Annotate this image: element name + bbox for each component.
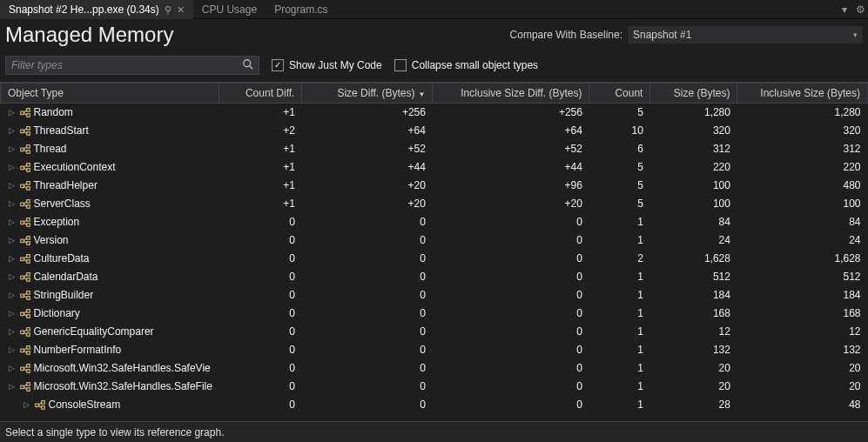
tab-cpu-usage[interactable]: CPU Usage	[193, 0, 266, 19]
svg-rect-12	[20, 148, 24, 151]
cell-incl-size: 20	[737, 378, 868, 396]
col-incl-size[interactable]: Inclusive Size (Bytes)	[737, 84, 868, 104]
table-row[interactable]: ▷Microsoft.Win32.SafeHandles.SafeVie0001…	[1, 359, 868, 378]
tab-program-cs[interactable]: Program.cs	[266, 0, 336, 19]
cell-incl-size: 84	[737, 213, 868, 231]
expand-icon[interactable]: ▷	[8, 199, 17, 208]
svg-rect-64	[26, 333, 30, 337]
col-count[interactable]: Count	[589, 84, 650, 104]
expand-icon[interactable]: ▷	[8, 272, 17, 281]
table-row[interactable]: ▷NumberFormatInfo0001132132	[1, 341, 868, 359]
col-incl-size-diff[interactable]: Inclusive Size Diff. (Bytes)	[433, 84, 589, 104]
class-icon	[19, 106, 31, 118]
class-icon	[19, 234, 31, 246]
class-icon	[19, 179, 31, 191]
svg-rect-52	[20, 294, 24, 298]
expand-icon[interactable]: ▷	[8, 218, 17, 226]
cell-count: 1	[589, 323, 650, 341]
checkbox-unchecked-icon	[394, 59, 407, 71]
expand-icon[interactable]: ▷	[8, 291, 17, 299]
svg-rect-22	[20, 184, 24, 188]
expand-icon[interactable]: ▷	[8, 364, 17, 372]
type-name: Microsoft.Win32.SafeHandles.SafeVie	[34, 362, 211, 374]
cell-count: 5	[589, 195, 650, 213]
col-object-type[interactable]: Object Type	[1, 84, 219, 104]
table-row[interactable]: ▷ConsoleStream00012848	[1, 396, 868, 414]
collapse-small-types-checkbox[interactable]: Collapse small object types	[394, 59, 538, 71]
table-row[interactable]: ▷GenericEqualityComparer00011212	[1, 323, 868, 341]
cell-count: 1	[589, 341, 650, 359]
table-row[interactable]: ▷Microsoft.Win32.SafeHandles.SafeFile000…	[1, 378, 868, 396]
pin-icon[interactable]: ⚲	[165, 4, 172, 16]
table-row[interactable]: ▷ThreadStart+2+64+6410320320	[1, 122, 868, 140]
expand-icon[interactable]: ▷	[8, 254, 17, 263]
table-row[interactable]: ▷StringBuilder0001184184	[1, 286, 868, 305]
cell-count-diff: 0	[219, 213, 302, 231]
cell-size: 512	[650, 268, 737, 286]
type-name: Random	[34, 106, 73, 118]
svg-rect-57	[20, 312, 24, 316]
cell-count-diff: 0	[219, 359, 302, 378]
svg-rect-8	[26, 127, 30, 131]
tab-snapshot[interactable]: Snapshot #2 He...pp.exe (0.34s) ⚲ ✕	[0, 0, 193, 19]
svg-rect-2	[20, 111, 24, 115]
cell-incl-size: 132	[737, 341, 868, 359]
cell-count: 1	[589, 359, 650, 378]
cell-incl-size-diff: 0	[433, 268, 589, 286]
expand-icon[interactable]: ▷	[8, 108, 17, 117]
filter-types-input[interactable]	[6, 59, 238, 71]
close-icon[interactable]: ✕	[177, 4, 185, 16]
cell-size: 100	[650, 177, 737, 195]
checkbox-checked-icon: ✓	[272, 59, 284, 71]
tab-bar: Snapshot #2 He...pp.exe (0.34s) ⚲ ✕ CPU …	[0, 0, 868, 19]
expand-icon[interactable]: ▷	[8, 236, 17, 244]
table-row[interactable]: ▷ServerClass+1+20+205100100	[1, 195, 868, 213]
tabs-dropdown-icon[interactable]: ▾	[837, 3, 852, 16]
expand-icon[interactable]: ▷	[8, 345, 17, 354]
table-row[interactable]: ▷CalendarData0001512512	[1, 268, 868, 286]
type-name: StringBuilder	[34, 289, 94, 301]
expand-icon[interactable]: ▷	[8, 327, 17, 336]
cell-incl-size-diff: +96	[433, 177, 589, 195]
svg-rect-3	[26, 109, 30, 112]
col-size-diff[interactable]: Size Diff. (Bytes)▼	[302, 84, 433, 104]
show-just-my-code-checkbox[interactable]: ✓ Show Just My Code	[272, 59, 382, 71]
filter-input-wrap	[5, 56, 259, 75]
table-row[interactable]: ▷ThreadHelper+1+20+965100480	[1, 177, 868, 195]
compare-value: Snapshot #1	[633, 29, 691, 41]
svg-rect-77	[20, 385, 24, 389]
svg-rect-79	[26, 388, 30, 392]
search-icon[interactable]	[238, 58, 259, 73]
cell-size: 220	[650, 158, 737, 177]
expand-icon[interactable]: ▷	[8, 309, 17, 318]
table-row[interactable]: ▷ExecutionContext+1+44+445220220	[1, 158, 868, 177]
col-size[interactable]: Size (Bytes)	[650, 84, 737, 104]
cell-incl-size: 480	[737, 177, 868, 195]
compare-baseline-select[interactable]: Snapshot #1 ▾	[628, 26, 863, 44]
cell-count-diff: 0	[219, 323, 302, 341]
table-row[interactable]: ▷Random+1+256+25651,2801,280	[1, 104, 868, 122]
class-icon	[19, 124, 31, 137]
cell-size-diff: 0	[302, 250, 433, 268]
cell-size: 100	[650, 195, 737, 213]
cell-count-diff: +2	[219, 122, 302, 140]
table-row[interactable]: ▷Version00012424	[1, 231, 868, 250]
svg-rect-63	[26, 328, 30, 332]
expand-icon[interactable]: ▷	[8, 181, 17, 190]
table-row[interactable]: ▷CultureData00021,6281,628	[1, 250, 868, 268]
cell-incl-size-diff: 0	[433, 359, 589, 378]
col-count-diff[interactable]: Count Diff.	[219, 84, 302, 104]
type-name: ServerClass	[34, 198, 91, 210]
expand-icon[interactable]: ▷	[8, 126, 17, 135]
expand-icon[interactable]: ▷	[8, 382, 17, 391]
gear-icon[interactable]: ⚙	[852, 3, 868, 16]
expand-icon[interactable]: ▷	[8, 163, 17, 171]
table-row[interactable]: ▷Dictionary0001168168	[1, 305, 868, 323]
expand-icon[interactable]: ▷	[8, 144, 17, 153]
table-row[interactable]: ▷Thread+1+52+526312312	[1, 140, 868, 158]
table-row[interactable]: ▷Exception00018484	[1, 213, 868, 231]
cell-size: 184	[650, 286, 737, 305]
expand-icon[interactable]: ▷	[23, 400, 31, 409]
type-name: Version	[34, 234, 69, 246]
cell-count: 1	[589, 231, 650, 250]
